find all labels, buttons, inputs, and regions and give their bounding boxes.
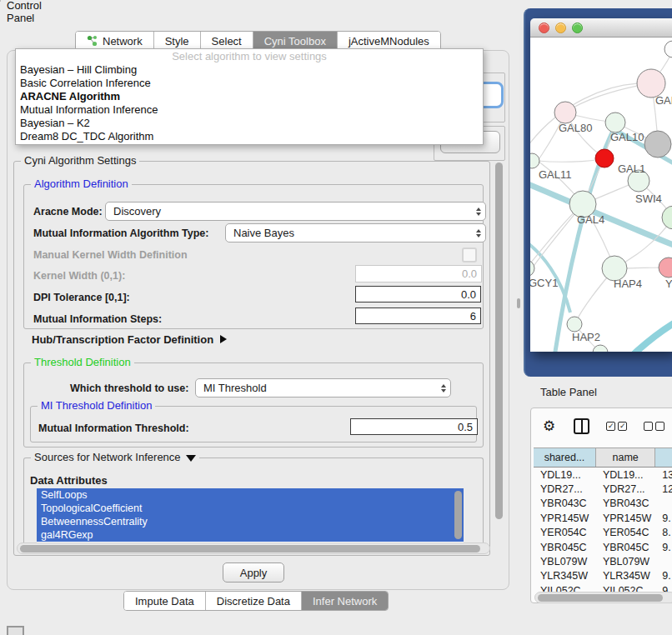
settings-horizontal-scrollbar[interactable] [17, 542, 490, 554]
node-table: shared...name YDL19...YDL19...13YDR27...… [534, 448, 672, 598]
node-label: GAL11 [539, 168, 572, 181]
table-cell: 8. [655, 527, 672, 538]
table-cell: YER054C [534, 527, 596, 538]
network-window-titlebar [530, 18, 672, 38]
mi-threshold-field[interactable]: 0.5 [350, 418, 478, 435]
tab-cyni-toolbox[interactable]: Cyni Toolbox [253, 32, 337, 50]
which-threshold-label: Which threshold to use: [70, 382, 188, 394]
table-row[interactable]: YBR045CYBR045C9. [534, 540, 672, 554]
panel-splitter-handle[interactable] [517, 298, 520, 308]
table-cell: 9. [655, 512, 672, 524]
tab-discretize-data[interactable]: Discretize Data [205, 592, 301, 610]
network-node-item[interactable] [593, 345, 608, 352]
algorithm-list: Bayesian – Hill ClimbingBasic Correlatio… [16, 63, 483, 143]
sources-title-label: Sources for Network Inference [34, 451, 181, 463]
algorithm-option-aracne-algorithm[interactable]: ARACNE Algorithm [16, 90, 483, 103]
columns-icon[interactable] [574, 418, 589, 434]
attributes-list-scrollbar[interactable] [454, 490, 462, 542]
tab-network[interactable]: Network [76, 32, 153, 50]
network-node-swi4[interactable] [662, 206, 672, 229]
table-cell: YPR145W [596, 512, 655, 524]
table-cell: YBR045C [534, 542, 596, 553]
tab-select[interactable]: Select [200, 32, 253, 50]
table-cell: YDR27... [596, 483, 655, 495]
tab-jactivemnodules[interactable]: jActiveMNodules [337, 32, 440, 50]
sources-group-title[interactable]: Sources for Network Inference [31, 451, 199, 463]
network-node-hap2[interactable] [567, 317, 582, 332]
collapsed-arrow-icon [220, 335, 227, 343]
network-node-gal10[interactable] [605, 112, 625, 132]
algorithm-option-bayesian-hill-climbing[interactable]: Bayesian – Hill Climbing [16, 63, 483, 77]
combo-spinner-icon [476, 229, 481, 238]
table-cell: YDL19... [596, 469, 655, 481]
kernel-width-field[interactable]: 0.0 [355, 265, 482, 282]
network-node-item[interactable] [595, 149, 614, 168]
attribute-item-topologicalcoefficient[interactable]: TopologicalCoefficient [37, 502, 464, 515]
tab-impute-data[interactable]: Impute Data [124, 592, 205, 610]
table-cell: YBL079W [596, 556, 655, 568]
deselect-all-checkboxes-icon[interactable] [644, 422, 664, 431]
table-horizontal-scrollbar[interactable] [534, 592, 672, 603]
algorithm-option-mutual-information-inference[interactable]: Mutual Information Inference [16, 103, 483, 117]
algorithm-option-basic-correlation-inference[interactable]: Basic Correlation Inference [16, 77, 483, 90]
window-title: Control Panel [7, 0, 42, 24]
table-row[interactable]: YDL19...YDL19...13 [534, 468, 672, 482]
apply-button[interactable]: Apply [223, 562, 284, 582]
dpi-tolerance-field[interactable]: 0.0 [355, 286, 481, 302]
network-node-gcy1[interactable] [530, 260, 534, 277]
column-header-name[interactable]: name [596, 448, 655, 467]
settings-vertical-scrollbar[interactable] [494, 161, 504, 549]
algorithm-option-bayesian-k2[interactable]: Bayesian – K2 [16, 117, 483, 130]
dpi-tolerance-label: DPI Tolerance [0,1]: [33, 292, 130, 303]
tab-label: Style [165, 35, 189, 48]
table-row[interactable]: YBL079WYBL079W [534, 554, 672, 568]
tab-infer-network[interactable]: Infer Network [301, 592, 388, 610]
which-threshold-combo[interactable]: MI Threshold [195, 378, 451, 398]
algorithm-option-dream8-dc-tdc-algorithm[interactable]: Dream8 DC_TDC Algorithm [16, 130, 483, 143]
minimize-traffic-light-icon[interactable] [555, 22, 566, 33]
mi-threshold-definition-title: MI Threshold Definition [38, 399, 155, 412]
control-panel-window: Control Panel ✖ NetworkStyleSelectCyni T… [0, 0, 1, 2]
aracne-mode-label: Aracne Mode: [33, 206, 103, 218]
mi-algorithm-type-label: Mutual Information Algorithm Type: [33, 228, 208, 239]
hub-definition-toggle[interactable]: Hub/Transcription Factor Definition [32, 333, 227, 346]
mi-steps-field[interactable]: 6 [355, 308, 481, 324]
table-row[interactable]: YLR345WYLR345W9. [534, 569, 672, 583]
table-body: YDL19...YDL19...13YDR27...YDR27...12YBR0… [534, 468, 672, 598]
zoom-traffic-light-icon[interactable] [572, 22, 583, 33]
attribute-item-gal4rgexp[interactable]: gal4RGexp [37, 528, 464, 542]
table-cell: YBR043C [596, 498, 655, 509]
select-all-checkboxes-icon[interactable]: ✓✓ [606, 422, 627, 431]
network-node-y[interactable] [659, 258, 672, 278]
aracne-mode-value: Discovery [113, 205, 161, 218]
attribute-item-betweennesscentrality[interactable]: BetweennessCentrality [37, 515, 464, 528]
manual-kernel-width-checkbox[interactable] [462, 248, 477, 262]
network-node-gal11[interactable] [530, 153, 539, 168]
mi-algorithm-type-combo[interactable]: Naive Bayes [225, 223, 486, 242]
table-row[interactable]: YDR27...YDR27...12 [534, 482, 672, 496]
gear-icon[interactable]: ⚙ [543, 419, 555, 433]
column-header-item[interactable] [655, 448, 672, 467]
table-row[interactable]: YPR145WYPR145W9. [534, 511, 672, 525]
algorithm-definition-title: Algorithm Definition [31, 178, 132, 190]
network-node-item[interactable] [644, 131, 671, 158]
threshold-definition-title: Threshold Definition [31, 356, 134, 368]
network-node-item[interactable] [664, 41, 672, 58]
mi-steps-value: 6 [470, 310, 476, 322]
tab-label: Network [103, 35, 143, 48]
manual-kernel-width-label: Manual Kernel Width Definition [33, 249, 188, 261]
attribute-item-selfloops[interactable]: SelfLoops [37, 488, 464, 502]
network-node-gal80[interactable] [554, 102, 576, 123]
table-row[interactable]: YBR043CYBR043C [534, 497, 672, 511]
aracne-mode-combo[interactable]: Discovery [105, 202, 486, 221]
node-label: SWI4 [635, 192, 662, 205]
minimized-panel-icon[interactable] [7, 626, 24, 635]
tab-style[interactable]: Style [153, 32, 200, 50]
network-canvas[interactable]: GALGAL80GAL10GAL1GAL11SWI4GAL4GCY1HAP4YH… [530, 38, 672, 352]
cyni-settings-group-title: Cyni Algorithm Settings [21, 154, 139, 167]
expanded-arrow-icon [186, 455, 196, 462]
table-row[interactable]: YER054CYER054C8. [534, 526, 672, 540]
network-node-gal[interactable] [637, 69, 665, 98]
column-header-shared[interactable]: shared... [534, 448, 596, 467]
close-traffic-light-icon[interactable] [539, 22, 549, 33]
